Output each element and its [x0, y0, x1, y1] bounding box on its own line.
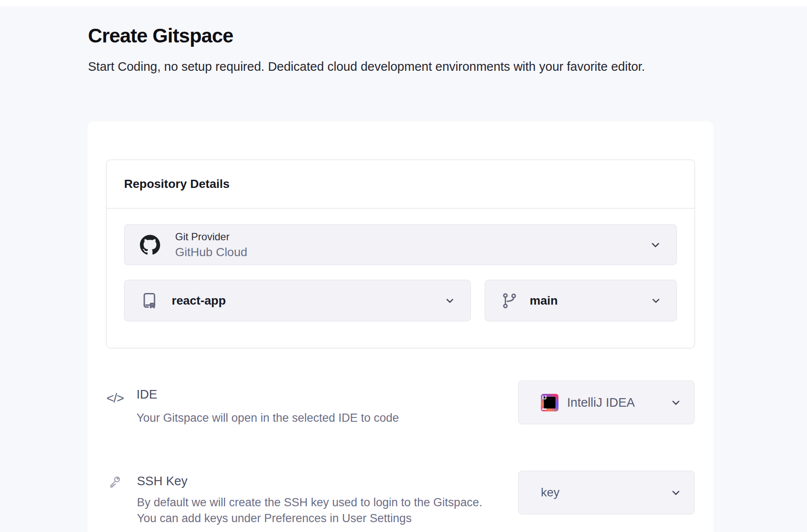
repository-details-title: Repository Details — [124, 177, 230, 191]
ide-section-label: IDE — [137, 387, 157, 402]
chevron-down-icon — [670, 397, 681, 408]
git-provider-label: Git Provider — [175, 231, 247, 243]
intellij-idea-icon: IJ — [541, 394, 558, 411]
ssh-key-section-label: SSH Key — [137, 474, 188, 488]
git-provider-value: GitHub Cloud — [175, 245, 247, 259]
git-provider-select[interactable]: Git Provider GitHub Cloud — [124, 224, 677, 265]
repository-select[interactable]: react-app — [124, 280, 471, 321]
ssh-key-select[interactable]: key — [518, 471, 695, 514]
ssh-description-line-2: You can add keys under Preferences in Us… — [137, 511, 482, 526]
branch-select[interactable]: main — [485, 280, 677, 321]
create-gitspace-form-panel: Repository Details Git Provider GitHub C… — [88, 121, 713, 532]
ssh-description-line-1: By default we will create the SSH key us… — [137, 495, 482, 511]
chevron-down-icon — [650, 239, 661, 251]
code-icon: </> — [106, 391, 124, 405]
repository-value: react-app — [172, 294, 226, 308]
page-subtitle: Start Coding, no setup required. Dedicat… — [88, 57, 715, 76]
repository-icon — [140, 291, 159, 310]
repository-details-header: Repository Details — [106, 160, 695, 209]
chevron-down-icon — [651, 296, 661, 306]
chevron-down-icon — [670, 487, 681, 498]
repository-details-body: Git Provider GitHub Cloud — [106, 209, 695, 348]
git-provider-text: Git Provider GitHub Cloud — [175, 231, 247, 259]
ssh-key-section-description: By default we will create the SSH key us… — [137, 495, 482, 526]
ssh-key-value: key — [541, 486, 560, 499]
repository-details-card: Repository Details Git Provider GitHub C… — [106, 160, 695, 348]
git-branch-icon — [501, 292, 519, 310]
github-icon — [140, 235, 160, 255]
page-title: Create Gitspace — [88, 24, 233, 47]
ide-value: IntelliJ IDEA — [567, 396, 635, 410]
chevron-down-icon — [445, 296, 455, 306]
key-icon — [107, 474, 122, 490]
ide-section-description: Your Gitspace will open in the selected … — [137, 411, 399, 425]
branch-value: main — [530, 294, 558, 308]
ide-select[interactable]: IJ IntelliJ IDEA — [518, 381, 695, 424]
top-divider-strip — [0, 0, 807, 6]
